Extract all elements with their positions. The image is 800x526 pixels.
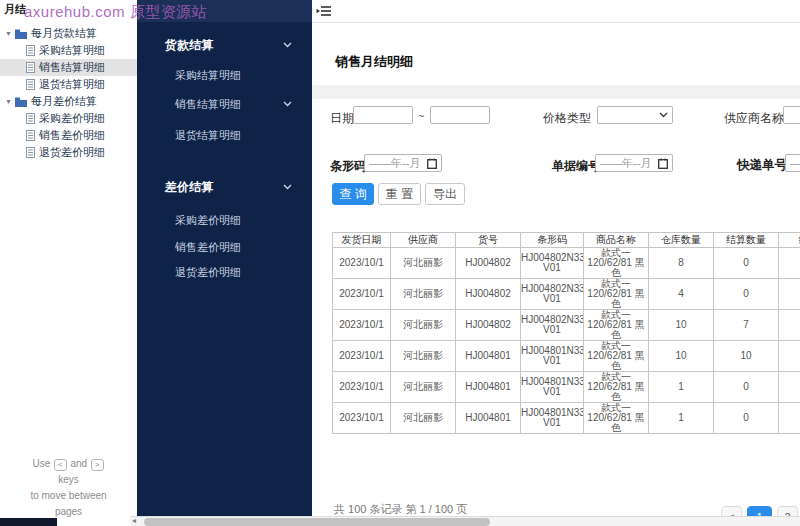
chevron-down-icon [283, 101, 292, 107]
cell: 2023/10/1 [333, 403, 391, 434]
cell: HJ004801N333 V01 [521, 341, 584, 372]
supplier-name-label: 供应商名称 [724, 110, 784, 127]
file-icon [26, 147, 35, 158]
cell: 2023/10/1 [333, 310, 391, 341]
cell: 2023/10/1 [333, 248, 391, 279]
month-placeholder: ——年--月 [600, 156, 658, 171]
hint-text: and [70, 458, 87, 469]
cell: 10 [649, 310, 714, 341]
calendar-icon [427, 158, 437, 169]
cell: HJ004801 [456, 403, 521, 434]
horizontal-scrollbar-thumb[interactable] [144, 518, 490, 526]
tree-item-sales-settlement[interactable]: 销售结算明细 [0, 59, 137, 76]
left-arrow-key-icon: < [54, 459, 67, 471]
horizontal-scrollbar[interactable]: ◂ [130, 516, 800, 526]
tree-item-sales-price-diff[interactable]: 销售差价明细 [0, 127, 137, 144]
table-row: 2023/10/1河北丽影HJ004802HJ004802N333 V01款式一… [333, 248, 800, 279]
col-settle-extra: 结算 [779, 233, 800, 248]
tree-expander-icon[interactable]: ▼ [5, 98, 12, 105]
cell: HJ004801N333 V01 [521, 403, 584, 434]
cell: 款式一 120/62/81 黑色 [584, 403, 649, 434]
cell: 河北丽影 [391, 372, 456, 403]
date-from-input[interactable] [353, 106, 413, 124]
barcode-month-input[interactable]: ——年--月 [364, 154, 442, 172]
tree-folder-monthly-price-diff[interactable]: ▼ 每月差价结算 [0, 93, 137, 110]
cell: 2023/10/1 [333, 279, 391, 310]
table-row: 2023/10/1河北丽影HJ004802HJ004802N333 V01款式一… [333, 279, 800, 310]
nav-section-label: 差价结算 [165, 179, 213, 196]
cell: 7 [714, 310, 779, 341]
tree-folder-monthly-payment[interactable]: ▼ 每月货款结算 [0, 25, 137, 42]
col-ship-date: 发货日期 [333, 233, 391, 248]
cell [779, 248, 800, 279]
app-window: axurehub.com 原型资源站 月结 ▼ 每月货款结算 采购结算明细 销售… [0, 0, 800, 526]
cell: 2023/10/1 [333, 341, 391, 372]
chevron-down-icon [283, 184, 292, 190]
tree-item-label: 退货差价明细 [39, 145, 105, 160]
nav-section-payment-settlement[interactable]: 货款结算 [137, 38, 312, 52]
cell: 2023/10/1 [333, 372, 391, 403]
cell: 款式一 120/62/81 黑色 [584, 279, 649, 310]
sitemap-title: 月结 [4, 2, 26, 17]
main-content: 销售月结明细 日期 ~ 价格类型 供应商名称 条形码 ——年--月 单据编号 —… [312, 0, 800, 526]
cell: HJ004802N333 V01 [521, 248, 584, 279]
nav-section-price-diff-settlement[interactable]: 差价结算 [137, 180, 312, 194]
tree-item-purchase-price-diff[interactable]: 采购差价明细 [0, 110, 137, 127]
chevron-down-icon [283, 42, 292, 48]
cell: 款式一 120/62/81 黑色 [584, 310, 649, 341]
table-header-row: 发货日期 供应商 货号 条形码 商品名称 仓库数量 结算数量 结算 [333, 233, 800, 248]
table-row: 2023/10/1河北丽影HJ004802HJ004802N333 V01款式一… [333, 310, 800, 341]
supplier-name-input[interactable] [783, 106, 800, 124]
nav-item-sales-price-diff[interactable]: 销售差价明细 [137, 240, 312, 254]
file-icon [26, 113, 35, 124]
col-warehouse-qty: 仓库数量 [649, 233, 714, 248]
pagination-summary: 共 100 条记录 第 1 / 100 页 [334, 502, 467, 517]
col-settle-qty: 结算数量 [714, 233, 779, 248]
date-label: 日期 [330, 110, 354, 127]
express-number-input[interactable]: — [785, 154, 800, 172]
tree-folder-label: 每月货款结算 [31, 26, 97, 41]
sitemap-panel: 月结 ▼ 每月货款结算 采购结算明细 销售结算明细 退货结算明细 ▼ [0, 0, 137, 526]
cell: HJ004801 [456, 372, 521, 403]
cell: 4 [649, 279, 714, 310]
nav-item-label: 采购差价明细 [175, 213, 241, 228]
file-icon [26, 45, 35, 56]
tree-item-return-price-diff[interactable]: 退货差价明细 [0, 144, 137, 161]
reset-button[interactable]: 重 置 [378, 183, 421, 205]
cell [779, 341, 800, 372]
date-to-input[interactable] [430, 106, 490, 124]
nav-item-label: 销售差价明细 [175, 240, 241, 255]
nav-item-sales-settlement[interactable]: 销售结算明细 [137, 97, 312, 111]
order-number-month-input[interactable]: ——年--月 [595, 154, 673, 172]
table-row: 2023/10/1河北丽影HJ004801HJ004801N333 V01款式一… [333, 341, 800, 372]
cell: HJ004802N333 V01 [521, 310, 584, 341]
nav-item-label: 退货差价明细 [175, 265, 241, 280]
prototype-sidebar: 货款结算 采购结算明细 销售结算明细 退货结算明细 差价结算 采购差价明细 销售… [137, 0, 312, 526]
nav-item-return-settlement[interactable]: 退货结算明细 [137, 128, 312, 142]
collapse-sidebar-icon[interactable] [316, 5, 332, 17]
tree-item-label: 销售结算明细 [39, 60, 105, 75]
export-button[interactable]: 导出 [425, 183, 465, 205]
nav-item-purchase-price-diff[interactable]: 采购差价明细 [137, 213, 312, 227]
query-button[interactable]: 查 询 [332, 183, 374, 205]
cell: 0 [714, 248, 779, 279]
cell [779, 310, 800, 341]
table-row: 2023/10/1河北丽影HJ004801HJ004801N333 V01款式一… [333, 403, 800, 434]
nav-item-return-price-diff[interactable]: 退货差价明细 [137, 265, 312, 279]
tree-item-label: 采购结算明细 [39, 43, 105, 58]
nav-section-label: 货款结算 [165, 37, 213, 54]
tree-expander-icon[interactable]: ▼ [5, 30, 12, 37]
nav-item-purchase-settlement[interactable]: 采购结算明细 [137, 68, 312, 82]
content-topbar [312, 0, 800, 23]
scroll-left-arrow-icon[interactable]: ◂ [132, 516, 136, 525]
results-table-wrap: 发货日期 供应商 货号 条形码 商品名称 仓库数量 结算数量 结算 2023/1… [332, 232, 800, 434]
price-type-select[interactable] [597, 106, 673, 124]
cell: HJ004802 [456, 248, 521, 279]
nav-item-label: 退货结算明细 [175, 128, 241, 143]
tree-item-return-settlement[interactable]: 退货结算明细 [0, 76, 137, 93]
express-number-label: 快递单号 [737, 157, 787, 174]
hint-text: to move between [0, 488, 137, 504]
cell: HJ004802 [456, 310, 521, 341]
tree-item-purchase-settlement[interactable]: 采购结算明细 [0, 42, 137, 59]
results-table: 发货日期 供应商 货号 条形码 商品名称 仓库数量 结算数量 结算 2023/1… [332, 232, 800, 434]
